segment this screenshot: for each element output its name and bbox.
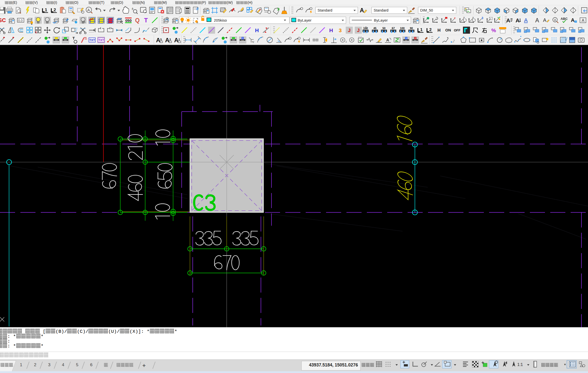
svg-text:A: A: [524, 17, 528, 23]
svg-text:100: 100: [363, 27, 368, 30]
svg-text:A: A: [543, 17, 546, 23]
svg-text:%: %: [491, 27, 496, 33]
svg-text:1:1: 1:1: [517, 362, 523, 367]
svg-text:xy: xy: [252, 40, 254, 43]
svg-text:A: A: [582, 18, 584, 23]
svg-text:0.0: 0.0: [18, 19, 23, 22]
svg-text:050: 050: [125, 18, 132, 23]
svg-text:3: 3: [482, 16, 483, 20]
svg-text:DIM_50: DIM_50: [420, 8, 433, 12]
svg-text:H: H: [329, 27, 333, 33]
svg-text:SC: SC: [0, 17, 6, 23]
svg-text:5: 5: [160, 38, 162, 41]
svg-text:2: 2: [429, 27, 432, 32]
svg-text:J: J: [348, 28, 351, 33]
svg-text:Standard: Standard: [374, 8, 388, 12]
svg-text:T: T: [72, 36, 75, 40]
svg-text:45: 45: [373, 27, 376, 30]
svg-text:A: A: [516, 17, 520, 24]
svg-text:H: H: [255, 27, 259, 33]
svg-text:ON: ON: [445, 28, 451, 32]
svg-text:TXT: TXT: [98, 38, 104, 42]
svg-text:1: 1: [45, 8, 47, 12]
svg-text:#: #: [196, 7, 199, 11]
svg-text:.1: .1: [345, 40, 347, 43]
svg-text:ByLayer: ByLayer: [298, 18, 311, 22]
svg-text:Q: Q: [135, 17, 140, 24]
svg-text:A: A: [571, 17, 574, 23]
svg-text:Standard: Standard: [318, 8, 332, 12]
svg-text:T: T: [144, 17, 148, 24]
svg-text:90: 90: [410, 27, 413, 30]
svg-text:A: A: [87, 8, 90, 12]
svg-text:A: A: [506, 17, 510, 24]
svg-text:A: A: [360, 7, 364, 14]
svg-text:67: 67: [392, 27, 395, 30]
svg-text:OFF: OFF: [454, 28, 460, 32]
svg-text:c: c: [35, 30, 37, 34]
svg-text:2: 2: [54, 8, 56, 12]
svg-text:A: A: [165, 37, 169, 43]
svg-text:Y: Y: [463, 17, 465, 19]
svg-text:±: ±: [132, 7, 134, 11]
svg-text:2: 2: [178, 38, 180, 41]
svg-text:3: 3: [169, 38, 171, 41]
svg-text:TXT: TXT: [89, 38, 95, 42]
svg-text:0: 0: [242, 37, 243, 39]
svg-text:A: A: [386, 38, 389, 42]
svg-text:3: 3: [339, 27, 342, 33]
svg-text:1: 1: [406, 37, 407, 39]
svg-text:100: 100: [400, 27, 405, 30]
svg-text:205kiso: 205kiso: [214, 18, 227, 22]
svg-text:z: z: [454, 16, 456, 19]
svg-text:ByLayer: ByLayer: [374, 18, 388, 22]
svg-text:A: A: [156, 37, 160, 43]
svg-text:A: A: [174, 37, 178, 43]
svg-text:A: A: [535, 17, 539, 24]
svg-text:1: 1: [420, 27, 422, 32]
svg-text:X: X: [472, 17, 474, 19]
svg-text:50: 50: [382, 27, 385, 30]
svg-text:H: H: [438, 28, 441, 33]
svg-text:2: 2: [415, 37, 416, 39]
svg-text:A: A: [554, 18, 556, 22]
svg-text:ABC: ABC: [561, 17, 568, 21]
svg-text:J: J: [357, 28, 360, 33]
